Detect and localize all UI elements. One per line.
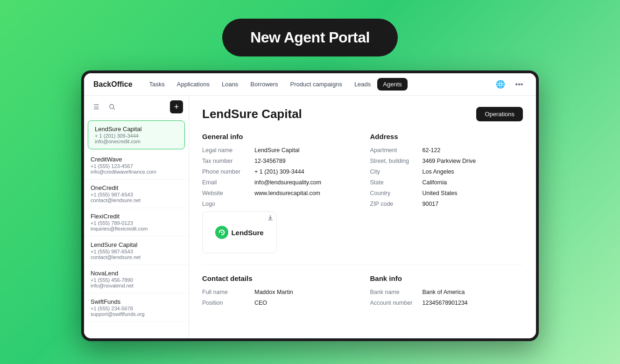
operations-button[interactable]: Operations (476, 107, 523, 121)
field-apartment: Apartment 62-122 (370, 147, 523, 154)
nav-item-product-campaigns[interactable]: Product campaigns (285, 78, 348, 91)
field-website: Website www.lendsurecapital.com (202, 190, 355, 196)
bank-info-title: Bank info (370, 274, 523, 282)
sidebar-item-4[interactable]: LendSure Capital +1 (555) 987-6543 conta… (84, 237, 189, 265)
nav-item-loans[interactable]: Loans (216, 78, 244, 91)
logo-download-button[interactable] (267, 215, 274, 223)
nav-items: Tasks Applications Loans Borrowers Produ… (144, 78, 491, 91)
main-content: ☰ + LendSure Capital + 1 (201) 309-3444 (84, 96, 536, 338)
address-title: Address (370, 133, 523, 140)
sidebar-item-5[interactable]: NovaLend +1 (555) 456-7890 info@novalend… (84, 265, 189, 294)
field-bank-name: Bank name Bank of America (370, 289, 523, 295)
more-options-button[interactable]: ••• (512, 77, 527, 92)
detail-header: LendSure Capital Operations (202, 107, 523, 121)
brand-logo: BackOffice (93, 80, 133, 89)
field-full-name: Full name Maddox Martin (202, 289, 355, 295)
nav-item-applications[interactable]: Applications (171, 78, 215, 91)
filter-icon[interactable]: ☰ (90, 100, 103, 113)
sidebar-item-6[interactable]: SwiftFunds +1 (555) 234-5678 support@swi… (84, 294, 189, 322)
field-city: City Los Angeles (370, 168, 523, 175)
field-zip: ZIP code 90017 (370, 201, 523, 207)
field-phone: Phone number + 1 (201) 309-3444 (202, 168, 355, 175)
sidebar-item-0[interactable]: LendSure Capital + 1 (201) 309-3444 info… (88, 120, 185, 149)
field-country: Country United States (370, 190, 523, 196)
field-legal-name: Legal name LendSure Capital (202, 147, 355, 154)
contact-details-title: Contact details (202, 274, 355, 282)
svg-line-1 (113, 108, 115, 110)
search-icon[interactable] (106, 100, 119, 113)
sidebar-item-2[interactable]: OneCredit +1 (555) 987-6543 contact@lend… (84, 180, 189, 208)
field-email: Email info@lendsurequality.com (202, 179, 355, 186)
nav-item-leads[interactable]: Leads (349, 78, 376, 91)
device-inner: BackOffice Tasks Applications Loans Borr… (84, 73, 536, 338)
field-street: Street, building 3469 Parkview Drive (370, 158, 523, 164)
field-account-number: Account number 12345678901234 (370, 300, 523, 306)
field-state: State California (370, 179, 523, 186)
sidebar-list: LendSure Capital + 1 (201) 309-3444 info… (84, 119, 189, 338)
field-tax-number: Tax number 12-3456789 (202, 158, 355, 164)
top-sections: General info Legal name LendSure Capital… (202, 133, 523, 253)
sidebar-item-3[interactable]: FlexiCredit +1 (555) 789-0123 inquiries@… (84, 208, 189, 237)
bottom-sections: Contact details Full name Maddox Martin … (202, 274, 523, 310)
globe-icon-button[interactable]: 🌐 (493, 77, 508, 92)
general-info-section: General info Legal name LendSure Capital… (202, 133, 355, 253)
address-section: Address Apartment 62-122 Street, buildin… (370, 133, 523, 253)
section-divider (202, 265, 523, 265)
logo-box: LendSure (202, 211, 277, 253)
nav-item-agents[interactable]: Agents (377, 78, 407, 91)
field-position: Position CEO (202, 300, 355, 306)
nav-item-borrowers[interactable]: Borrowers (245, 78, 283, 91)
svg-point-3 (221, 231, 223, 233)
detail-panel: LendSure Capital Operations General info… (189, 96, 536, 338)
nav-item-tasks[interactable]: Tasks (144, 78, 170, 91)
hero-badge: New Agent Portal (222, 19, 398, 56)
general-info-title: General info (202, 133, 355, 140)
page-title: LendSure Capital (202, 107, 302, 121)
sidebar-toolbar: ☰ + (84, 96, 189, 119)
add-agent-button[interactable]: + (170, 100, 183, 113)
bank-info-section: Bank info Bank name Bank of America Acco… (370, 274, 523, 310)
field-logo: Logo (202, 201, 355, 207)
sidebar-item-1[interactable]: CreditWave +1 (555) 123-4567 info@credit… (84, 151, 189, 180)
nav-right-actions: 🌐 ••• (493, 77, 527, 92)
top-nav: BackOffice Tasks Applications Loans Borr… (84, 73, 536, 96)
contact-details-section: Contact details Full name Maddox Martin … (202, 274, 355, 310)
sidebar: ☰ + LendSure Capital + 1 (201) 309-3444 (84, 96, 189, 338)
device-frame: BackOffice Tasks Applications Loans Borr… (81, 70, 539, 341)
lendsure-logo: LendSure (215, 226, 263, 239)
